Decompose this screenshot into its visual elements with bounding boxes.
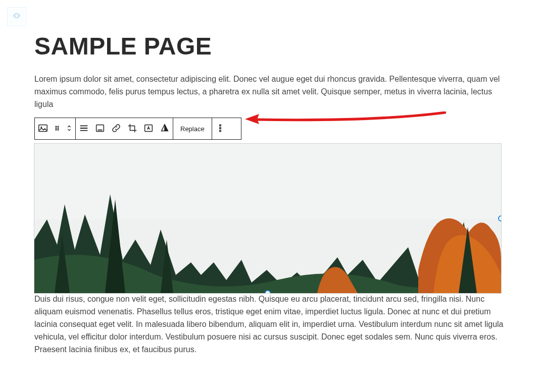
svg-point-10 <box>219 125 221 126</box>
more-vertical-icon <box>215 123 226 135</box>
caption-button[interactable] <box>92 118 108 139</box>
svg-point-1 <box>40 127 42 128</box>
block-toolbar: Replace <box>34 118 241 140</box>
paragraph-top[interactable]: Lorem ipsum dolor sit amet, consectetur … <box>34 73 504 110</box>
toolbar-group-more <box>212 118 228 139</box>
text-overlay-icon <box>143 123 154 135</box>
image-block[interactable] <box>34 144 501 293</box>
duotone-icon <box>159 123 170 135</box>
image-icon <box>37 123 48 135</box>
paragraph-bottom[interactable]: Duis dui risus, congue non velit eget, s… <box>34 293 504 356</box>
toolbar-group-replace: Replace <box>173 118 212 139</box>
drag-icon <box>53 124 61 134</box>
replace-button[interactable]: Replace <box>173 118 212 139</box>
svg-point-5 <box>58 128 59 129</box>
align-button[interactable] <box>76 118 92 139</box>
preview-badge <box>7 7 26 26</box>
page-title: SAMPLE PAGE <box>34 32 519 60</box>
crop-icon <box>127 123 138 135</box>
svg-point-7 <box>58 129 59 130</box>
svg-point-4 <box>56 128 57 129</box>
resize-handle-bottom[interactable] <box>265 290 271 293</box>
caption-icon <box>94 123 106 135</box>
text-overlay-button[interactable] <box>140 118 157 139</box>
image-content <box>34 144 501 293</box>
svg-point-6 <box>56 129 57 130</box>
toolbar-group-blocktype <box>35 118 76 139</box>
svg-point-11 <box>219 127 221 129</box>
resize-handle-right[interactable] <box>498 215 501 221</box>
duotone-button[interactable] <box>157 118 173 139</box>
align-icon <box>78 123 89 135</box>
eye-icon <box>12 11 21 22</box>
svg-rect-9 <box>145 125 153 131</box>
link-button[interactable] <box>108 118 124 139</box>
block-type-button[interactable] <box>35 118 51 139</box>
more-options-button[interactable] <box>212 118 228 139</box>
svg-rect-14 <box>34 144 501 219</box>
svg-point-3 <box>58 126 59 127</box>
crop-button[interactable] <box>124 118 140 139</box>
drag-handle-button[interactable] <box>51 118 63 139</box>
move-updown-icon <box>65 124 73 134</box>
link-icon <box>111 123 122 135</box>
svg-rect-0 <box>39 125 47 131</box>
move-updown-button[interactable] <box>63 118 75 139</box>
svg-point-12 <box>219 130 221 132</box>
annotation-arrow <box>244 111 446 127</box>
toolbar-group-format <box>76 118 173 139</box>
svg-point-2 <box>56 126 57 127</box>
